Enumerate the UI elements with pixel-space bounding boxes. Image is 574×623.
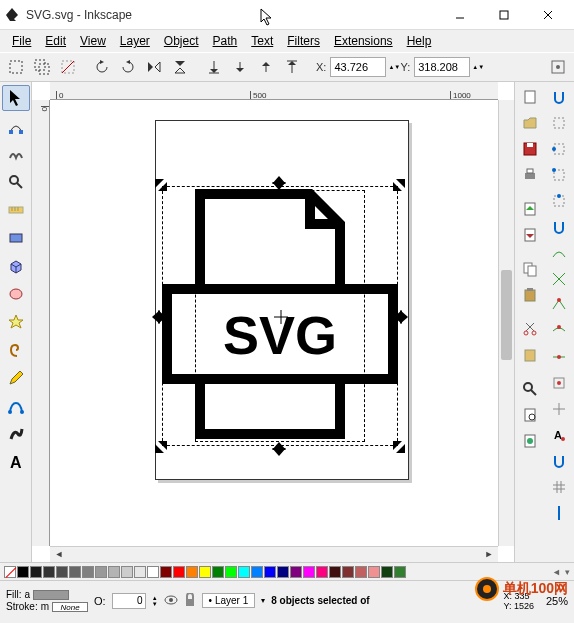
scrollbar-thumb[interactable] (501, 270, 512, 360)
paste-icon[interactable] (517, 283, 543, 307)
swatch[interactable] (303, 566, 315, 578)
menu-view[interactable]: View (74, 32, 112, 50)
swatch[interactable] (199, 566, 211, 578)
layer-dropdown-icon[interactable]: ▾ (261, 596, 265, 605)
swatch[interactable] (277, 566, 289, 578)
x-spinner-icon[interactable]: ▲▼ (388, 64, 396, 70)
snap-grid-icon[interactable] (546, 475, 572, 499)
snap-bbox-midpoint-icon[interactable] (546, 189, 572, 213)
swatch[interactable] (394, 566, 406, 578)
swatch-black[interactable] (17, 566, 29, 578)
zoom-page-icon[interactable] (517, 403, 543, 427)
snap-path-icon[interactable] (546, 241, 572, 265)
flip-vertical-icon[interactable] (168, 55, 192, 79)
handle-ne[interactable] (392, 178, 406, 192)
snap-intersection-icon[interactable] (546, 267, 572, 291)
fill-swatch[interactable] (33, 590, 69, 600)
handle-w[interactable] (152, 310, 166, 324)
opacity-input[interactable] (112, 593, 146, 609)
menu-text[interactable]: Text (245, 32, 279, 50)
import-icon[interactable] (517, 197, 543, 221)
handle-nw[interactable] (154, 178, 168, 192)
stroke-swatch[interactable]: None (52, 602, 88, 612)
swatch[interactable] (56, 566, 68, 578)
document-properties-icon[interactable] (517, 429, 543, 453)
x-input[interactable] (330, 57, 386, 77)
y-spinner-icon[interactable]: ▲▼ (472, 64, 480, 70)
snap-bbox-edge-icon[interactable] (546, 137, 572, 161)
swatch[interactable] (264, 566, 276, 578)
snap-enable-icon[interactable] (546, 85, 572, 109)
rotate-ccw-icon[interactable] (90, 55, 114, 79)
swatch[interactable] (212, 566, 224, 578)
snap-midpoint-icon[interactable] (546, 345, 572, 369)
lower-to-bottom-icon[interactable] (202, 55, 226, 79)
swatch[interactable] (238, 566, 250, 578)
layer-selector[interactable]: • Layer 1 (202, 593, 256, 608)
rotate-cw-icon[interactable] (116, 55, 140, 79)
minimize-button[interactable] (438, 1, 482, 29)
snap-bbox-icon[interactable] (546, 111, 572, 135)
text-tool-icon[interactable]: A (2, 449, 30, 475)
palette-scroll-left-icon[interactable]: ◄ (552, 567, 561, 577)
menu-path[interactable]: Path (207, 32, 244, 50)
raise-icon[interactable] (254, 55, 278, 79)
opacity-spinner-icon[interactable]: ▲▼ (152, 595, 158, 607)
snap-smooth-icon[interactable] (546, 319, 572, 343)
maximize-button[interactable] (482, 1, 526, 29)
handle-s[interactable] (272, 442, 286, 456)
horizontal-scrollbar[interactable]: ◄ ► (50, 546, 498, 562)
export-icon[interactable] (517, 223, 543, 247)
lock-icon[interactable] (184, 593, 196, 609)
zoom-tool-icon[interactable] (2, 169, 30, 195)
swatch-none[interactable] (4, 566, 16, 578)
swatch[interactable] (251, 566, 263, 578)
print-icon[interactable] (517, 163, 543, 187)
swatch[interactable] (329, 566, 341, 578)
zoom-fit-icon[interactable] (517, 377, 543, 401)
copy-icon[interactable] (517, 257, 543, 281)
scroll-right-icon[interactable]: ► (480, 547, 498, 561)
snap-bbox-corner-icon[interactable] (546, 163, 572, 187)
swatch[interactable] (30, 566, 42, 578)
measure-tool-icon[interactable] (2, 197, 30, 223)
handle-e[interactable] (394, 310, 408, 324)
menu-file[interactable]: File (6, 32, 37, 50)
swatch[interactable] (290, 566, 302, 578)
snap-toggle-icon[interactable] (546, 55, 570, 79)
selection-center-cross[interactable] (274, 310, 288, 324)
ruler-vertical[interactable]: 0 (32, 100, 50, 546)
snap-guide-icon[interactable] (546, 501, 572, 525)
deselect-icon[interactable] (56, 55, 80, 79)
swatch[interactable] (316, 566, 328, 578)
menu-layer[interactable]: Layer (114, 32, 156, 50)
handle-se[interactable] (392, 440, 406, 454)
selector-tool-icon[interactable] (2, 85, 30, 111)
scroll-left-icon[interactable]: ◄ (50, 547, 68, 561)
3dbox-tool-icon[interactable] (2, 253, 30, 279)
swatch[interactable] (225, 566, 237, 578)
rectangle-tool-icon[interactable] (2, 225, 30, 251)
raise-to-top-icon[interactable] (280, 55, 304, 79)
snap-cusp-icon[interactable] (546, 293, 572, 317)
menu-object[interactable]: Object (158, 32, 205, 50)
close-button[interactable] (526, 1, 570, 29)
swatch[interactable] (69, 566, 81, 578)
snap-node-icon[interactable] (546, 215, 572, 239)
menu-help[interactable]: Help (401, 32, 438, 50)
swatch-white[interactable] (147, 566, 159, 578)
swatch[interactable] (121, 566, 133, 578)
canvas[interactable]: SVG (50, 100, 498, 546)
select-all-icon[interactable] (4, 55, 28, 79)
vertical-scrollbar[interactable] (498, 100, 514, 546)
flip-horizontal-icon[interactable] (142, 55, 166, 79)
node-tool-icon[interactable] (2, 113, 30, 139)
ellipse-tool-icon[interactable] (2, 281, 30, 307)
menu-filters[interactable]: Filters (281, 32, 326, 50)
swatch[interactable] (342, 566, 354, 578)
swatch[interactable] (186, 566, 198, 578)
open-icon[interactable] (517, 111, 543, 135)
menu-edit[interactable]: Edit (39, 32, 72, 50)
star-tool-icon[interactable] (2, 309, 30, 335)
swatch[interactable] (368, 566, 380, 578)
